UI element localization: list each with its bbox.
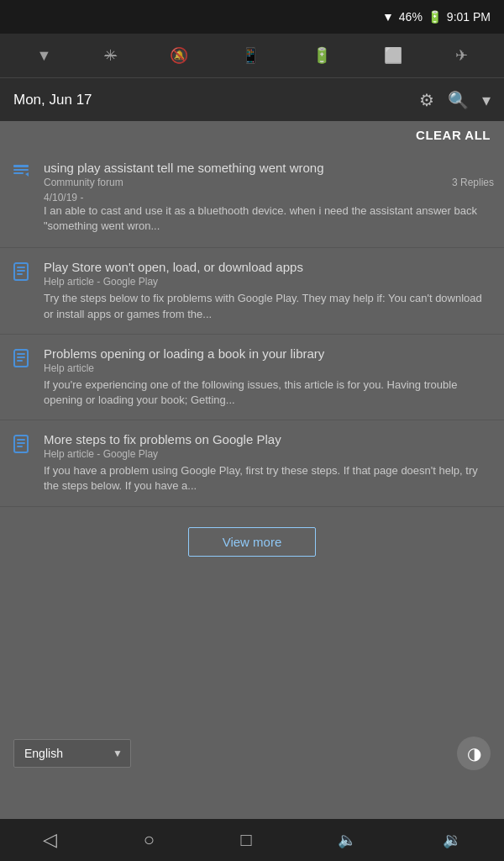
bluetooth-icon: ✳	[104, 46, 117, 65]
svg-rect-5	[17, 270, 25, 272]
svg-rect-14	[17, 446, 23, 447]
back-button[interactable]: ◁	[43, 829, 57, 851]
battery-icon: 🔋	[428, 10, 442, 24]
result-replies: 3 Replies	[452, 177, 494, 188]
airplane-icon: ✈	[455, 46, 468, 65]
svg-rect-12	[17, 439, 25, 441]
result-title: More steps to fix problems on Google Pla…	[44, 432, 494, 446]
wifi-sys-icon: ▼	[36, 47, 51, 65]
article-icon	[10, 348, 34, 372]
time-display: 9:01 PM	[447, 10, 491, 24]
notification-off-icon: 🔕	[170, 46, 188, 65]
clear-all-button[interactable]: CLEAR ALL	[416, 128, 491, 142]
result-title: Play Store won't open, load, or download…	[44, 260, 494, 274]
result-meta-source: Help article - Google Play	[44, 276, 158, 288]
result-meta: Help article - Google Play	[44, 276, 494, 288]
svg-rect-2	[13, 172, 24, 174]
list-item[interactable]: More steps to fix problems on Google Pla…	[0, 420, 504, 506]
search-icon[interactable]: 🔍	[448, 90, 469, 110]
result-meta: Community forum 3 Replies	[44, 177, 494, 188]
battery-text: 46%	[399, 10, 423, 24]
screen-icon: ⬜	[384, 46, 402, 65]
list-item[interactable]: using play assistant tell me something w…	[0, 149, 504, 248]
list-item[interactable]: Play Store won't open, load, or download…	[0, 248, 504, 334]
svg-rect-0	[13, 165, 29, 167]
header-actions: ⚙ 🔍 ▾	[419, 90, 491, 110]
result-snippet: If you're experiencing one of the follow…	[44, 378, 494, 408]
home-button[interactable]: ○	[144, 829, 155, 851]
clear-all-row: CLEAR ALL	[0, 121, 504, 149]
wifi-icon: ▼	[382, 10, 394, 24]
svg-rect-4	[17, 267, 25, 268]
result-snippet: Try the steps below to fix problems with…	[44, 291, 494, 321]
language-selector-wrapper: English Spanish French German ▼	[13, 739, 131, 768]
status-bar: ▼ 46% 🔋 9:01 PM	[0, 0, 504, 34]
view-more-row: View more	[0, 507, 504, 573]
system-icons-bar: ▼ ✳ 🔕 📱 🔋 ⬜ ✈	[0, 34, 504, 77]
volume-up-icon[interactable]: 🔉	[443, 831, 461, 849]
result-content: Play Store won't open, load, or download…	[44, 260, 494, 321]
result-meta-source: Help article	[44, 362, 94, 374]
forum-icon	[10, 162, 34, 187]
svg-rect-10	[17, 360, 23, 362]
article-icon	[10, 434, 34, 458]
result-snippet: If you have a problem using Google Play,…	[44, 463, 494, 494]
expand-icon[interactable]: ▾	[482, 90, 491, 110]
bottom-bar: English Spanish French German ▼ ◑	[0, 728, 504, 777]
nav-bar: ◁ ○ □ 🔈 🔉	[0, 819, 504, 861]
view-more-button[interactable]: View more	[188, 527, 317, 557]
result-meta: Help article - Google Play	[44, 448, 494, 460]
result-title: using play assistant tell me something w…	[44, 161, 494, 175]
settings-icon[interactable]: ⚙	[419, 90, 434, 110]
result-meta-source: Community forum	[44, 177, 123, 188]
result-title: Problems opening or loading a book in yo…	[44, 346, 494, 361]
result-meta: Help article	[44, 362, 494, 374]
phone-icon: 📱	[241, 46, 260, 65]
theme-icon: ◑	[467, 743, 481, 763]
svg-rect-1	[13, 169, 29, 171]
svg-rect-6	[17, 273, 23, 275]
header-date: Mon, Jun 17	[13, 92, 92, 108]
result-date: 4/10/19 - I an able to cast and use it a…	[44, 192, 494, 234]
result-content: More steps to fix problems on Google Pla…	[44, 432, 494, 494]
main-content: CLEAR ALL using play assistant tell me s…	[0, 121, 504, 819]
language-select[interactable]: English Spanish French German	[13, 739, 131, 768]
svg-rect-8	[17, 353, 25, 355]
theme-toggle-button[interactable]: ◑	[457, 737, 491, 770]
result-content: Problems opening or loading a book in yo…	[44, 346, 494, 408]
volume-down-icon[interactable]: 🔈	[338, 831, 356, 849]
svg-rect-13	[17, 442, 25, 444]
status-icons: ▼ 46% 🔋 9:01 PM	[382, 10, 491, 24]
result-meta-source: Help article - Google Play	[44, 448, 158, 460]
svg-rect-9	[17, 357, 25, 358]
result-content: using play assistant tell me something w…	[44, 161, 494, 235]
list-item[interactable]: Problems opening or loading a book in yo…	[0, 335, 504, 420]
recent-apps-button[interactable]: □	[240, 829, 251, 851]
article-icon	[10, 261, 34, 286]
header-bar: Mon, Jun 17 ⚙ 🔍 ▾	[0, 77, 504, 121]
battery-add-icon: 🔋	[312, 46, 331, 65]
